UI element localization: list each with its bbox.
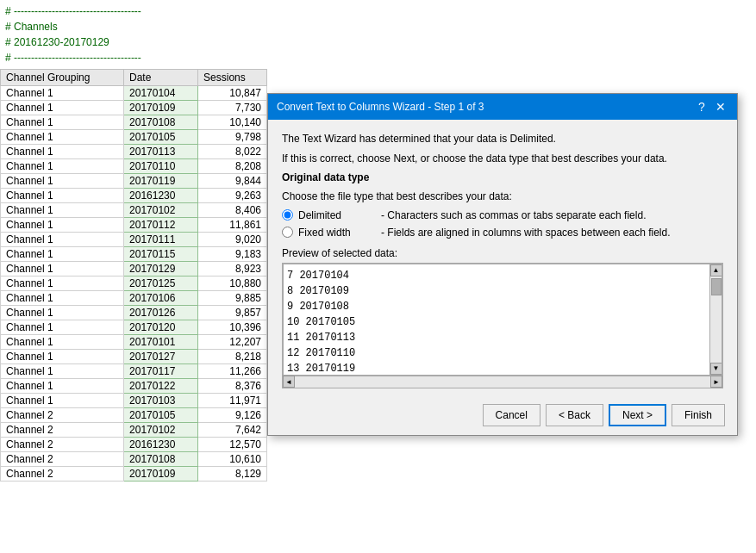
cell-channel: Channel 1 xyxy=(1,159,124,174)
cell-channel: Channel 1 xyxy=(1,130,124,145)
cell-channel: Channel 1 xyxy=(1,174,124,189)
scroll-down-btn[interactable]: ▼ xyxy=(710,363,722,375)
cell-channel: Channel 1 xyxy=(1,189,124,203)
cancel-button[interactable]: Cancel xyxy=(483,404,540,426)
table-row: Channel 1201701278,218 xyxy=(1,350,267,364)
table-row: Channel 12017010410,847 xyxy=(1,86,267,101)
cell-channel: Channel 2 xyxy=(1,438,124,452)
titlebar-buttons: ? ✕ xyxy=(694,99,728,115)
cell-channel: Channel 1 xyxy=(1,276,124,291)
table-row: Channel 1201701108,208 xyxy=(1,159,267,174)
radio-fixed[interactable] xyxy=(282,227,293,238)
col-header-channel: Channel Grouping xyxy=(1,70,124,86)
dialog-intro-line2: If this is correct, choose Next, or choo… xyxy=(282,152,723,166)
back-button[interactable]: < Back xyxy=(546,404,603,426)
table-row: Channel 12017010311,971 xyxy=(1,394,267,408)
preview-container: 7 201701048 201701099 2017010810 2017010… xyxy=(282,263,723,388)
cell-channel: Channel 1 xyxy=(1,101,124,115)
cell-date: 20170110 xyxy=(124,159,198,174)
cell-date: 20170115 xyxy=(124,247,198,262)
cell-sessions: 9,885 xyxy=(198,291,267,306)
cell-channel: Channel 1 xyxy=(1,320,124,335)
preview-line: 8 20170109 xyxy=(287,283,706,299)
cell-date: 20170108 xyxy=(124,115,198,130)
table-row: Channel 1201701269,857 xyxy=(1,306,267,320)
scroll-left-btn[interactable]: ◄ xyxy=(283,376,295,388)
spreadsheet: # ------------------------------------- … xyxy=(0,0,756,553)
help-button[interactable]: ? xyxy=(694,99,709,115)
cell-sessions: 8,022 xyxy=(198,145,267,159)
cell-date: 20170106 xyxy=(124,291,198,306)
cell-channel: Channel 1 xyxy=(1,203,124,218)
cell-date: 20170125 xyxy=(124,276,198,291)
cell-date: 20170122 xyxy=(124,379,198,394)
comment-lines: # ------------------------------------- … xyxy=(0,0,756,69)
cell-date: 20170109 xyxy=(124,101,198,115)
cell-sessions: 11,861 xyxy=(198,218,267,233)
table-row: Channel 1201701159,183 xyxy=(1,247,267,262)
cell-date: 20170109 xyxy=(124,467,198,482)
preview-label: Preview of selected data: xyxy=(282,247,723,259)
comment-line-1: # ------------------------------------- xyxy=(5,3,751,19)
cell-channel: Channel 2 xyxy=(1,452,124,467)
cell-sessions: 10,396 xyxy=(198,320,267,335)
preview-box: 7 201701048 201701099 2017010810 2017010… xyxy=(283,264,722,376)
radio-delimited[interactable] xyxy=(282,209,293,221)
table-row: Channel 2201701027,642 xyxy=(1,423,267,438)
cell-channel: Channel 2 xyxy=(1,423,124,438)
cell-date: 20161230 xyxy=(124,438,198,452)
comment-line-3: # 20161230-20170129 xyxy=(5,34,751,50)
cell-sessions: 8,129 xyxy=(198,467,267,482)
preview-line: 13 20170119 xyxy=(287,361,706,375)
cell-sessions: 10,140 xyxy=(198,115,267,130)
cell-date: 20170117 xyxy=(124,364,198,379)
preview-scrollbar-vertical: ▲ ▼ xyxy=(709,264,722,375)
cell-channel: Channel 1 xyxy=(1,335,124,350)
finish-button[interactable]: Finish xyxy=(672,404,725,426)
cell-date: 20170113 xyxy=(124,145,198,159)
cell-channel: Channel 2 xyxy=(1,408,124,423)
table-row: Channel 12017012510,880 xyxy=(1,276,267,291)
cell-channel: Channel 1 xyxy=(1,291,124,306)
cell-channel: Channel 1 xyxy=(1,233,124,247)
table-row: Channel 12017010810,140 xyxy=(1,115,267,130)
scroll-thumb-v[interactable] xyxy=(711,278,722,295)
cell-date: 20170105 xyxy=(124,130,198,145)
close-button[interactable]: ✕ xyxy=(713,99,728,115)
radio-delimited-label[interactable]: Delimited xyxy=(298,209,376,221)
dialog-title: Convert Text to Columns Wizard - Step 1 … xyxy=(277,101,484,113)
table-row: Channel 12017011211,861 xyxy=(1,218,267,233)
table-row: Channel 1201701059,798 xyxy=(1,130,267,145)
table-row: Channel 1201701028,406 xyxy=(1,203,267,218)
table-row: Channel 22017010810,610 xyxy=(1,452,267,467)
table-row: Channel 1201701138,022 xyxy=(1,145,267,159)
cell-channel: Channel 1 xyxy=(1,350,124,364)
radio-fixed-label[interactable]: Fixed width xyxy=(298,227,376,239)
preview-line: 7 20170104 xyxy=(287,268,706,283)
comment-line-4: # ------------------------------------- xyxy=(5,50,751,65)
cell-sessions: 9,126 xyxy=(198,408,267,423)
cell-channel: Channel 1 xyxy=(1,364,124,379)
cell-sessions: 7,730 xyxy=(198,101,267,115)
cell-date: 20170105 xyxy=(124,408,198,423)
dialog-footer: Cancel < Back Next > Finish xyxy=(268,397,737,435)
cell-date: 20170127 xyxy=(124,350,198,364)
cell-date: 20170104 xyxy=(124,86,198,101)
cell-sessions: 8,218 xyxy=(198,350,267,364)
cell-date: 20170112 xyxy=(124,218,198,233)
cell-sessions: 9,263 xyxy=(198,189,267,203)
cell-sessions: 12,570 xyxy=(198,438,267,452)
cell-sessions: 9,183 xyxy=(198,247,267,262)
scroll-up-btn[interactable]: ▲ xyxy=(710,264,722,276)
radio-item-fixed: Fixed width - Fields are aligned in colu… xyxy=(282,227,723,239)
cell-channel: Channel 1 xyxy=(1,394,124,408)
next-button[interactable]: Next > xyxy=(609,404,666,426)
cell-channel: Channel 1 xyxy=(1,247,124,262)
cell-channel: Channel 1 xyxy=(1,218,124,233)
scroll-right-btn[interactable]: ► xyxy=(710,376,722,388)
preview-scrollbar-horizontal: ◄ ► xyxy=(283,376,722,388)
radio-group: Delimited - Characters such as commas or… xyxy=(282,209,723,239)
table-row: Channel 2201701098,129 xyxy=(1,467,267,482)
cell-date: 20161230 xyxy=(124,189,198,203)
radio-item-delimited: Delimited - Characters such as commas or… xyxy=(282,209,723,221)
